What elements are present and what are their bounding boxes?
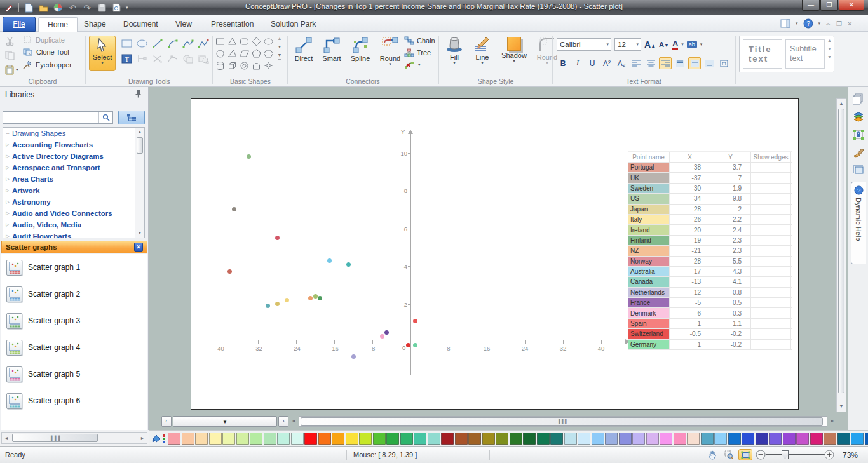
tab-home[interactable]: Home: [38, 17, 78, 32]
lib-scroll-right[interactable]: ►: [138, 434, 147, 443]
color-swatch[interactable]: [414, 433, 426, 445]
format-painter-icon[interactable]: [853, 147, 864, 158]
color-swatch[interactable]: [632, 433, 645, 445]
ellipse-tool-icon[interactable]: [136, 38, 151, 53]
table-row[interactable]: Denmark-60.3: [628, 308, 792, 318]
scatter-graph-item[interactable]: Scatter graph 3: [1, 310, 147, 332]
expand-arrow-icon[interactable]: ▷: [3, 234, 12, 238]
canvas-scroll-up[interactable]: ▲: [837, 99, 846, 108]
shapes-gallery-expand[interactable]: ▼─: [276, 53, 283, 62]
tree-scroll-thumb[interactable]: [137, 137, 143, 154]
table-row[interactable]: Switzerland-0.5-0.2: [628, 329, 792, 339]
fill-button[interactable]: Fill▾: [443, 36, 466, 65]
shadow-button[interactable]: Shadow▾: [499, 36, 529, 65]
expand-arrow-icon[interactable]: ▷: [3, 211, 12, 216]
arch-shape-icon[interactable]: [251, 60, 263, 72]
table-row[interactable]: Australia-174.3: [628, 267, 792, 277]
fill-dropdown[interactable]: ▾: [443, 61, 466, 65]
expand-arrow-icon[interactable]: ▷: [3, 154, 12, 159]
data-point-sweden[interactable]: [266, 304, 270, 308]
data-point-uk[interactable]: [232, 207, 236, 211]
split-connector-icon[interactable]: [136, 53, 151, 68]
color-swatch[interactable]: [810, 433, 823, 445]
align-top-button[interactable]: [674, 57, 686, 69]
canvas-scroll-right[interactable]: ►: [829, 417, 836, 426]
data-point-italy[interactable]: [285, 298, 289, 302]
close-library-icon[interactable]: ✕: [134, 243, 143, 252]
chain-connection-button[interactable]: Chain: [404, 36, 435, 45]
color-swatch[interactable]: [523, 433, 536, 445]
library-search-box[interactable]: [3, 111, 113, 124]
font-family-combobox[interactable]: Calibri▾: [557, 38, 611, 51]
text-tool-icon[interactable]: T: [121, 53, 135, 68]
color-swatch[interactable]: [865, 433, 868, 445]
circle-shape-icon[interactable]: [215, 48, 227, 60]
parallelogram-shape-icon[interactable]: [239, 48, 251, 60]
bold-button[interactable]: B: [557, 57, 569, 69]
data-point-canada[interactable]: [346, 262, 351, 267]
color-swatch[interactable]: [783, 433, 796, 445]
child-restore-button[interactable]: ❐: [836, 20, 842, 27]
color-swatch[interactable]: [222, 433, 235, 445]
tab-document[interactable]: Document: [114, 17, 167, 32]
canvas-scroll-left[interactable]: ◄: [290, 417, 297, 426]
round-corner-dropdown[interactable]: ▾: [534, 61, 560, 65]
data-point-ireland[interactable]: [313, 294, 318, 299]
data-point-france[interactable]: [384, 330, 389, 335]
color-swatch[interactable]: [400, 433, 413, 445]
data-point-spain[interactable]: [413, 319, 417, 323]
smart-connector-button[interactable]: Smart: [319, 36, 344, 66]
color-swatch[interactable]: [756, 433, 768, 445]
library-item[interactable]: ▷Artwork: [3, 185, 144, 196]
shape-group-icon[interactable]: [197, 53, 212, 68]
cut-button[interactable]: [5, 37, 18, 46]
round-corner-button[interactable]: Round▾: [534, 36, 560, 65]
underline-button[interactable]: U: [586, 57, 599, 69]
font-size-dropdown[interactable]: ▾: [634, 43, 641, 46]
color-swatch[interactable]: [510, 433, 522, 445]
color-swatch[interactable]: [837, 433, 850, 445]
ellipse-shape-icon[interactable]: [263, 36, 275, 48]
expand-arrow-icon[interactable]: ▷: [3, 199, 12, 205]
shapes-scroll-up[interactable]: ▲: [276, 36, 283, 41]
table-row[interactable]: Netherlands-12-0.8: [628, 288, 792, 298]
color-swatch[interactable]: [687, 433, 700, 445]
data-point-us[interactable]: [247, 154, 251, 159]
pin-icon[interactable]: [135, 90, 142, 98]
color-swatch[interactable]: [359, 433, 372, 445]
data-point-norway[interactable]: [275, 236, 280, 240]
expand-arrow-icon[interactable]: ▷: [3, 142, 12, 147]
style-title-text[interactable]: Title text: [743, 39, 782, 69]
data-point-japan[interactable]: [275, 302, 280, 306]
table-row[interactable]: Norway-285.5: [628, 257, 792, 267]
clone-tool-button[interactable]: Clone Tool: [23, 48, 72, 57]
color-swatch[interactable]: [674, 433, 686, 445]
disconnect-button[interactable]: ▾: [404, 60, 435, 69]
layers-panel-icon[interactable]: [853, 112, 864, 122]
color-swatch[interactable]: [332, 433, 344, 445]
scatter-graph-item[interactable]: Scatter graph 6: [1, 390, 147, 412]
color-swatch[interactable]: [304, 433, 317, 445]
pages-panel-icon[interactable]: [853, 93, 864, 105]
table-row[interactable]: France-50.5: [628, 298, 792, 308]
data-point-australia[interactable]: [327, 258, 332, 263]
color-swatch[interactable]: [851, 433, 864, 445]
style-subtitle-text[interactable]: Subtitle text: [785, 39, 825, 69]
table-row[interactable]: Sweden-301.9: [628, 184, 792, 194]
arc-tool-icon[interactable]: [166, 38, 181, 53]
help-dropdown[interactable]: ▾: [818, 22, 821, 25]
font-color-dropdown[interactable]: ▾: [681, 43, 684, 46]
align-middle-button[interactable]: [688, 57, 701, 69]
library-item[interactable]: ▷Accounting Flowcharts: [3, 139, 144, 151]
library-item[interactable]: ▷Audit Flowcharts: [3, 231, 144, 238]
tab-shape[interactable]: Shape: [75, 17, 115, 32]
data-point-switzerland[interactable]: [406, 343, 410, 347]
color-swatch[interactable]: [728, 433, 741, 445]
text-direction-button[interactable]: [717, 57, 730, 69]
table-row[interactable]: UK-377: [628, 173, 792, 183]
expand-arrow-icon[interactable]: ▷: [3, 222, 12, 227]
color-swatch[interactable]: [209, 433, 222, 445]
color-swatch[interactable]: [578, 433, 590, 445]
align-bottom-button[interactable]: [703, 57, 715, 69]
table-row[interactable]: Ireland-202.4: [628, 225, 792, 235]
